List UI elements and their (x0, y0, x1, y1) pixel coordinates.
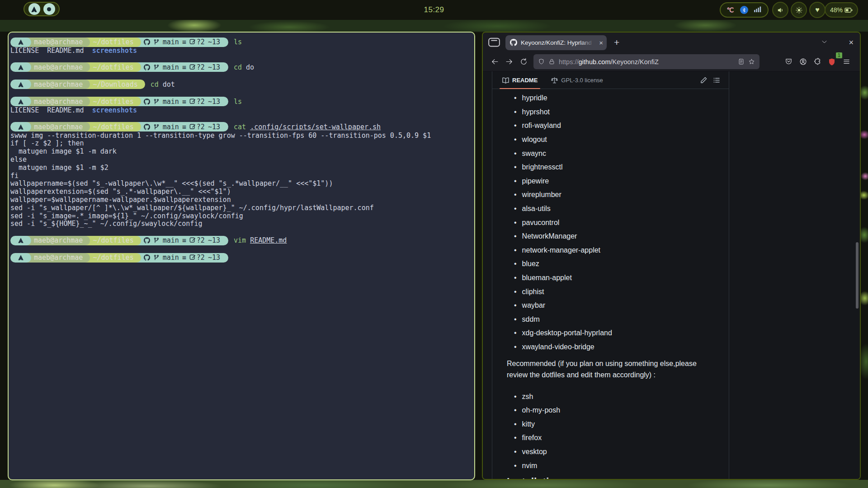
terminal-block: maeb@archmae ~/dotfiles main≡ ?2~13 ls L… (10, 97, 472, 115)
prompt-os-segment (10, 236, 31, 245)
back-button[interactable] (487, 55, 502, 69)
script-line: matugen image $1 -m $2 (10, 164, 472, 172)
readme-tab-label: README (512, 77, 538, 84)
git-branch-icon (153, 64, 160, 70)
list-item: swaync (507, 146, 714, 160)
battery-indicator[interactable]: 48% (825, 2, 858, 18)
lock-icon (548, 58, 555, 65)
readme-container: README GPL-3.0 license hypridle hyprshot (492, 71, 729, 480)
script-line: swww img --transition-duration 1 --trans… (10, 132, 472, 140)
script-line: wallpaperextension=$(sed "s_.*-wallpaper… (10, 188, 472, 196)
puzzle-piece-icon (814, 58, 821, 66)
extensions-button[interactable] (810, 55, 825, 69)
git-edit-icon (189, 254, 196, 261)
script-line: sed -i "s_wallpaper/[^ ]*\.\w*_wallpaper… (10, 204, 472, 212)
book-icon (502, 77, 509, 84)
list-outline-icon (713, 77, 720, 84)
list-item: wireplumber (507, 188, 714, 202)
tab-license[interactable]: GPL-3.0 license (547, 71, 607, 89)
pocket-icon (785, 58, 793, 66)
list-item: brightnessctl (507, 160, 714, 174)
battery-icon (844, 7, 853, 13)
prompt-git-segment: main ≡ ?2 ~13 (131, 38, 228, 47)
pocket-button[interactable] (781, 55, 796, 69)
firefox-view-button[interactable] (488, 37, 500, 48)
prompt-os-segment (10, 97, 31, 106)
prompt-user: maeb@archmae (21, 253, 90, 263)
license-tab-label: GPL-3.0 license (561, 77, 603, 84)
prompt-line-current: maeb@archmae ~/dotfiles main≡ ?2~13 (10, 253, 472, 263)
list-item: alsa-utils (507, 202, 714, 216)
git-branch-icon (153, 124, 160, 130)
ublock-badge: 1 (836, 52, 842, 58)
list-item: bluez (507, 257, 714, 271)
volume-button[interactable] (772, 2, 788, 18)
list-item: network-manager-applet (507, 244, 714, 258)
prompt-user: maeb@archmae (21, 97, 90, 106)
github-icon (144, 99, 150, 105)
favorites-button[interactable]: ♥ (809, 2, 826, 18)
tab-readme[interactable]: README (499, 71, 541, 89)
bookmark-star-icon[interactable] (748, 58, 755, 65)
command: cat .config/scripts/set-wallpaper.sh (234, 123, 381, 131)
git-edit-icon (189, 64, 196, 70)
window-close-button[interactable]: × (849, 38, 854, 47)
tab-title-fade (580, 35, 594, 50)
script-line: else (10, 156, 472, 164)
system-tray: ℃ (720, 2, 769, 18)
ls-output: LICENSE README.md screenshots (10, 47, 472, 55)
tab-bar: Keyoonz/KonfiZ: Hyprland × + × (483, 33, 860, 52)
firefox-window: Keyoonz/KonfiZ: Hyprland × + × https://g… (482, 32, 861, 480)
recommended-list: zsh oh-my-posh kitty firefox vesktop nvi… (507, 389, 714, 473)
list-item: oh-my-posh (507, 404, 714, 418)
tab-close-button[interactable]: × (599, 39, 603, 47)
url-text: https://github.com/Keyoonz/KonfiZ (559, 58, 659, 66)
prompt-git-segment: main≡ ?2~13 (131, 236, 228, 245)
script-line: matugen image $1 -m dark (10, 148, 472, 156)
terminal-block: maeb@archmae ~/Downloads cd dot (10, 80, 472, 89)
list-tabs-button[interactable] (821, 38, 828, 47)
temperature-tray-icon[interactable]: ℃ (727, 6, 734, 14)
readme-sticky-header: README GPL-3.0 license (492, 71, 729, 89)
list-item: rofi-wayland (507, 119, 714, 133)
package-list: hypridle hyprshot rofi-wayland wlogout s… (507, 91, 714, 354)
list-item: hypridle (507, 91, 714, 105)
installation-heading: Installation (507, 476, 714, 480)
prompt-os-segment (10, 122, 31, 131)
prompt-line: maeb@archmae ~/dotfiles main ≡ ?2 ~13 ls (10, 37, 472, 47)
firefox-view-icon (488, 38, 500, 47)
brightness-icon (795, 6, 803, 14)
reader-view-icon[interactable] (738, 58, 745, 65)
bluetooth-icon[interactable] (740, 6, 748, 14)
edit-readme-button[interactable] (697, 77, 710, 84)
terminal-block: maeb@archmae ~/dotfiles main≡ ?2~13 (10, 253, 472, 263)
terminal-window[interactable]: maeb@archmae ~/dotfiles main ≡ ?2 ~13 ls… (8, 32, 475, 480)
new-tab-button[interactable]: + (614, 37, 619, 48)
ublock-shield-icon (828, 58, 836, 66)
git-branch-icon (153, 39, 160, 45)
prompt-line: maeb@archmae ~/Downloads cd dot (10, 80, 472, 89)
account-button[interactable] (796, 55, 810, 69)
forward-button[interactable] (502, 55, 516, 69)
arch-logo-icon (18, 39, 24, 45)
url-bar[interactable]: https://github.com/Keyoonz/KonfiZ (533, 54, 760, 69)
prompt-user: maeb@archmae (21, 236, 90, 245)
tab-keyoonz-konfiz[interactable]: Keyoonz/KonfiZ: Hyprland × (505, 35, 607, 50)
reload-button[interactable] (516, 55, 531, 69)
network-signal-icon[interactable] (754, 6, 761, 14)
prompt-user: maeb@archmae (21, 122, 90, 131)
terminal-block: maeb@archmae ~/dotfiles main≡ ?2~13 vim … (10, 235, 472, 245)
git-edit-icon (189, 39, 196, 45)
prompt-user: maeb@archmae (21, 62, 90, 72)
script-line: wallpaper=$wallpapername-wallpaper.$wall… (10, 196, 472, 204)
brightness-button[interactable] (791, 2, 807, 18)
script-line: sed -i "s_${HOME}_~_" ~/.config/swaylock… (10, 220, 472, 228)
command: cd dot (151, 80, 175, 89)
terminal-block: maeb@archmae ~/dotfiles main ≡ ?2 ~13 ls… (10, 37, 472, 55)
ublock-button[interactable]: 1 (825, 55, 839, 69)
scrollbar-thumb[interactable] (856, 242, 859, 309)
list-item: sddm (507, 313, 714, 327)
prompt-line: maeb@archmae ~/dotfiles main≡ ?2~13 cd d… (10, 62, 472, 72)
prompt-line: maeb@archmae ~/dotfiles main≡ ?2~13 cat … (10, 122, 472, 132)
outline-button[interactable] (710, 77, 722, 84)
